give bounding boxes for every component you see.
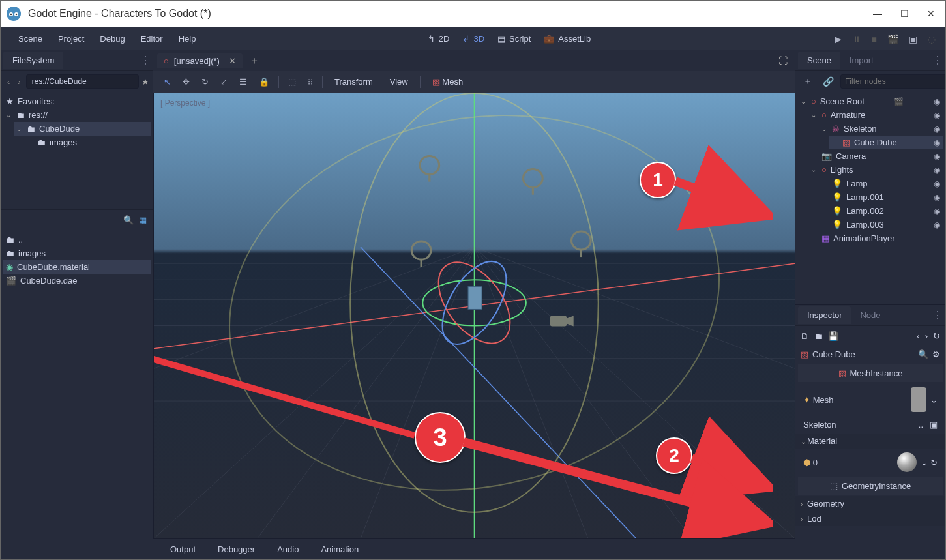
scene-tab-add-button[interactable]: ＋	[243, 52, 266, 70]
filter-nodes-input[interactable]	[840, 74, 946, 89]
lamp001-node[interactable]: 💡Lamp.001◉	[819, 190, 943, 204]
skeleton-assign-icon[interactable]: ▣	[930, 420, 938, 430]
scene-root-node[interactable]: ⌄○Scene Root🎬◉	[798, 95, 943, 108]
rotate-mode-icon[interactable]: ↻	[198, 74, 213, 89]
bottom-tab-audio[interactable]: Audio	[268, 542, 308, 557]
bottom-tab-animation[interactable]: Animation	[312, 542, 368, 557]
material-dropdown-icon[interactable]: ⌄	[921, 458, 928, 467]
lamp-node[interactable]: 💡Lamp◉	[819, 177, 943, 190]
local-coords-icon[interactable]: ⬚	[284, 74, 300, 89]
bottom-tab-output[interactable]: Output	[161, 542, 205, 557]
visibility-icon[interactable]: ◉	[934, 97, 940, 106]
close-window-button[interactable]: ✕	[927, 8, 935, 19]
inspector-new-icon[interactable]: 🗋	[801, 331, 809, 341]
lights-node[interactable]: ⌄○Lights◉	[808, 163, 943, 177]
inspector-load-icon[interactable]: 🖿	[814, 331, 823, 341]
viewport-3d[interactable]: [ Perspective ] 1 2 3	[153, 93, 795, 538]
workspace-assetlib[interactable]: 💼 AssetLib	[537, 31, 597, 46]
select-mode-icon[interactable]: ↖	[160, 74, 175, 89]
fs-root[interactable]: ⌄🖿res://	[3, 108, 151, 122]
pause-button[interactable]: ⏸	[852, 34, 861, 44]
transform-menu[interactable]: Transform	[328, 74, 379, 89]
view-menu[interactable]: View	[383, 74, 415, 89]
inspector-save-icon[interactable]: 💾	[828, 331, 838, 341]
maximize-button[interactable]: ☐	[900, 8, 909, 19]
material-category[interactable]: ⌄Material	[795, 434, 945, 449]
video-driver-icon[interactable]: ◌	[928, 34, 936, 44]
favorites-label[interactable]: ★Favorites:	[3, 95, 151, 108]
menu-project[interactable]: Project	[50, 30, 92, 48]
geometryinstance-section[interactable]: ⬚GeometryInstance	[798, 477, 943, 495]
annotation-step-2: 2	[656, 437, 692, 474]
cube-dube-node[interactable]: ▧Cube Dube◉	[829, 136, 943, 149]
fs-folder-images[interactable]: 🖿images	[24, 136, 151, 149]
scale-mode-icon[interactable]: ⤢	[216, 74, 231, 89]
fs-search-icon[interactable]: 🔍	[123, 215, 134, 225]
fs-file-images[interactable]: 🖿images	[3, 246, 151, 260]
prop-skeleton[interactable]: Skeleton .. ▣	[795, 416, 945, 434]
scene-tab-unsaved[interactable]: ○ [unsaved](*) ✕	[157, 53, 243, 68]
perspective-label[interactable]: [ Perspective ]	[160, 98, 210, 108]
mesh-dropdown-icon[interactable]: ⌄	[930, 395, 938, 405]
list-select-icon[interactable]: ☰	[235, 74, 251, 89]
inspector-tab[interactable]: Inspector	[798, 306, 851, 324]
lamp002-node[interactable]: 💡Lamp.002◉	[819, 204, 943, 218]
material-reset-icon[interactable]: ↻	[930, 458, 938, 467]
scene-dock-options-icon[interactable]: ⋮	[932, 54, 943, 66]
inspector-filter-icon[interactable]: ⚙	[932, 349, 940, 359]
scene-dock-tab[interactable]: Scene	[798, 52, 840, 69]
fs-back-button[interactable]: ‹	[5, 76, 12, 88]
stop-button[interactable]: ■	[872, 34, 877, 44]
menu-scene[interactable]: Scene	[10, 30, 50, 48]
meshinstance-section[interactable]: ▧MeshInstance	[798, 364, 943, 382]
prop-mesh[interactable]: ✦ Mesh ⌄	[795, 383, 945, 416]
menu-help[interactable]: Help	[171, 30, 204, 48]
import-dock-tab[interactable]: Import	[840, 52, 883, 69]
workspace-2d[interactable]: ↰ 2D	[421, 31, 456, 46]
fs-file-up[interactable]: 🖿..	[3, 233, 151, 246]
play-scene-button[interactable]: 🎬	[887, 34, 898, 44]
lamp003-node[interactable]: 💡Lamp.003◉	[819, 218, 943, 231]
inspector-options-icon[interactable]: ⋮	[932, 309, 943, 321]
bottom-tab-debugger[interactable]: Debugger	[209, 542, 264, 557]
lod-category[interactable]: ›Lod	[795, 511, 945, 526]
fs-favorite-button[interactable]: ★	[141, 77, 149, 87]
skeleton-node[interactable]: ⌄☠Skeleton◉	[819, 122, 943, 136]
play-custom-scene-button[interactable]: ▣	[909, 34, 917, 44]
lock-icon[interactable]: 🔒	[255, 74, 273, 89]
fs-file-dae[interactable]: 🎬CubeDude.dae	[3, 274, 151, 287]
scene-tab-close-icon[interactable]: ✕	[229, 56, 236, 66]
snap-icon[interactable]: ⁝⁝	[304, 74, 317, 89]
inspector-history-icon[interactable]: ↻	[933, 331, 940, 341]
minimize-button[interactable]: —	[873, 8, 882, 19]
geometry-category[interactable]: ›Geometry	[795, 496, 945, 511]
workspace-script[interactable]: ▤ Script	[491, 31, 537, 46]
add-node-button[interactable]: ＋	[799, 73, 816, 90]
mesh-preview-icon[interactable]	[911, 387, 926, 412]
node-tab[interactable]: Node	[851, 306, 889, 324]
fs-view-grid-icon[interactable]: ▦	[139, 215, 147, 225]
menu-debug[interactable]: Debug	[92, 30, 132, 48]
move-mode-icon[interactable]: ✥	[179, 74, 194, 89]
distraction-free-icon[interactable]: ⛶	[778, 55, 791, 66]
inspector-forward-icon[interactable]: ›	[925, 331, 928, 341]
workspace-3d[interactable]: ↲ 3D	[456, 31, 491, 46]
material-sphere-preview[interactable]	[897, 452, 917, 472]
menu-editor[interactable]: Editor	[133, 30, 171, 48]
prop-material-0[interactable]: ⬢ 0 ⌄ ↻	[795, 449, 945, 476]
fs-forward-button[interactable]: ›	[15, 76, 23, 88]
fs-path-field[interactable]: res://CubeDude	[26, 74, 139, 89]
instance-node-button[interactable]: 🔗	[819, 74, 838, 89]
animationplayer-node[interactable]: ▦AnimationPlayer	[808, 231, 943, 245]
filesystem-tab[interactable]: FileSystem	[3, 52, 63, 69]
dock-options-icon[interactable]: ⋮	[140, 54, 151, 66]
inspector-back-icon[interactable]: ‹	[917, 331, 919, 341]
inspector-search-icon[interactable]: 🔍	[918, 349, 928, 359]
play-button[interactable]: ▶	[835, 34, 842, 44]
fs-file-material[interactable]: ◉CubeDube.material	[3, 260, 151, 274]
clapboard-icon[interactable]: 🎬	[894, 97, 904, 106]
fs-folder-cubedude[interactable]: ⌄🖿CubeDude	[14, 122, 151, 136]
armature-node[interactable]: ⌄○Armature◉	[808, 108, 943, 122]
camera-node[interactable]: 📷Camera◉	[808, 149, 943, 163]
mesh-menu[interactable]: ▧ Mesh	[426, 74, 469, 89]
